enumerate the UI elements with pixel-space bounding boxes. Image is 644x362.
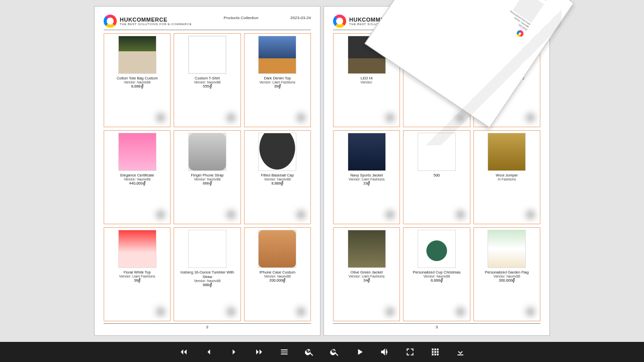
add-watermark-icon: ✚	[451, 110, 470, 127]
brand-line1: HUKCOMMERCE	[349, 17, 421, 23]
add-watermark-icon: ✚	[380, 304, 399, 321]
product-cell[interactable]: 500✚	[403, 130, 470, 224]
product-thumbnail	[188, 36, 226, 74]
product-cell[interactable]: T-Shirt Product BaseVendor: haunv8856₫✚	[473, 33, 540, 127]
add-watermark-icon: ✚	[521, 110, 540, 127]
product-thumbnail	[118, 36, 156, 74]
page-number: 2	[104, 323, 311, 329]
product-vendor: Vendor: Liam Fashions	[260, 80, 296, 84]
product-vendor: Vendor:	[361, 80, 373, 84]
product-thumbnail	[118, 230, 156, 268]
first-page-button[interactable]	[178, 346, 190, 358]
add-watermark-icon: ✚	[521, 304, 540, 321]
product-cell[interactable]: LED HiVendor:✚	[333, 33, 400, 127]
download-button[interactable]	[454, 346, 466, 358]
product-vendor: Vendor: haunv88	[124, 80, 150, 84]
brand: HUKCOMMERCE THE BEST SOLUTIONS FOR E-COM…	[333, 15, 421, 28]
product-grid: LED HiVendor:✚Top✚T-Shirt Product BaseVe…	[333, 32, 540, 321]
zoom-in-button[interactable]	[303, 346, 315, 358]
product-name: Navy Sports Jacket	[350, 173, 383, 177]
product-vendor: Vendor: haunv88	[264, 275, 291, 278]
page-number: 3	[333, 323, 540, 329]
product-vendor: m Fashions	[498, 177, 516, 181]
add-watermark-icon: ✚	[151, 207, 170, 224]
product-vendor: Vendor: haunv88	[494, 275, 520, 278]
brand-logo-icon	[104, 15, 117, 28]
product-cell[interactable]: Personalized Cup ChristmasVendor: haunv8…	[403, 227, 470, 321]
product-thumbnail	[188, 230, 226, 268]
product-cell[interactable]: Dark Denim TopVendor: Liam Fashions39₫✚	[244, 33, 311, 127]
product-price: 666₫	[203, 181, 212, 186]
toc-button[interactable]	[278, 346, 290, 358]
add-watermark-icon: ✚	[451, 304, 470, 321]
product-cell[interactable]: Iceberg 16-Ounce Tumbler With StrawVendo…	[174, 227, 240, 321]
zoom-out-button[interactable]	[329, 346, 341, 358]
product-thumbnail	[418, 230, 456, 268]
product-thumbnail	[488, 133, 526, 171]
header-title: Products Collection	[421, 15, 520, 20]
product-vendor: Vendor: haunv88	[194, 279, 221, 283]
product-cell[interactable]: Wool Jumperm Fashions✚	[473, 130, 540, 224]
product-cell[interactable]: Olive Green JacketVendor: Liam Fashions3…	[333, 227, 400, 321]
autoplay-button[interactable]	[354, 346, 366, 358]
product-vendor: Vendor: haunv88	[264, 177, 291, 181]
page-right[interactable]: HUKCOMMERCE THE BEST SOLUTIONS FOR E-COM…	[324, 6, 550, 336]
product-cell[interactable]: Elegance CertificateVendor: haunv88440,0…	[104, 130, 171, 224]
next-page-button[interactable]	[228, 346, 240, 358]
thumbnails-button[interactable]	[429, 346, 441, 358]
product-cell[interactable]: IPhone Case CustomVendor: haunv88200,000…	[244, 227, 311, 321]
product-thumbnail	[258, 133, 296, 171]
product-grid: Cotton Tote Bag CustomVendor: haunv888,8…	[104, 32, 311, 321]
add-watermark-icon: ✚	[221, 304, 240, 321]
product-price: 34₫	[363, 278, 370, 283]
product-cell[interactable]: Finger Phone StrapVendor: haunv88666₫✚	[174, 130, 240, 224]
sound-button[interactable]	[379, 346, 391, 358]
product-cell[interactable]: Fitted Baseball CapVendor: haunv888,888₫…	[244, 130, 311, 224]
product-vendor: Vendor: haunv88	[494, 80, 520, 84]
product-name: Elegance Certificate	[120, 173, 154, 177]
add-watermark-icon: ✚	[151, 304, 170, 321]
product-price: 33₫	[363, 181, 370, 186]
product-thumbnail	[348, 230, 386, 268]
product-thumbnail	[348, 36, 386, 74]
page-left[interactable]: HUKCOMMERCE THE BEST SOLUTIONS FOR E-COM…	[94, 6, 320, 336]
product-thumbnail	[258, 36, 296, 74]
product-price: 300,000₫	[499, 278, 515, 283]
add-watermark-icon: ✚	[291, 207, 310, 224]
product-vendor: Vendor: haunv88	[194, 177, 221, 181]
brand-line2: THE BEST SOLUTIONS FOR E-COMMERCE	[349, 23, 421, 26]
product-cell[interactable]: Personalized Garden FlagVendor: haunv883…	[473, 227, 540, 321]
add-watermark-icon: ✚	[380, 207, 399, 224]
product-price: 8,888₫	[431, 278, 443, 283]
product-vendor: Vendor: Liam Fashions	[349, 177, 385, 181]
product-name: Olive Green Jacket	[351, 270, 383, 275]
product-cell[interactable]: Navy Sports JacketVendor: Liam Fashions3…	[333, 130, 400, 224]
product-price: 888₫	[203, 283, 212, 287]
product-name: Dark Denim Top	[264, 76, 291, 80]
product-price: 8,888₫	[271, 181, 283, 186]
product-price: 8,888₫	[131, 84, 143, 88]
curl-brand-line2: THE BEST SOLUTIONS FOR E-COMMERCE	[511, 0, 547, 1]
product-name: Finger Phone Strap	[191, 173, 223, 177]
prev-page-button[interactable]	[203, 346, 215, 358]
brand-line1: HUKCOMMERCE	[120, 17, 192, 23]
add-watermark-icon: ✚	[291, 304, 310, 321]
product-cell[interactable]: Top✚	[403, 33, 470, 127]
last-page-button[interactable]	[253, 346, 265, 358]
fullscreen-button[interactable]	[404, 346, 416, 358]
product-name: Iceberg 16-Ounce Tumbler With Straw	[175, 270, 239, 279]
product-price: 39₫	[274, 84, 281, 88]
product-name: Cotton Tote Bag Custom	[117, 76, 158, 80]
product-thumbnail	[488, 36, 526, 74]
product-thumbnail	[188, 133, 226, 171]
product-name: LED Hi	[361, 76, 373, 80]
add-watermark-icon: ✚	[151, 110, 170, 127]
product-vendor: Vendor: Liam Fashions	[119, 275, 155, 278]
reader-toolbar	[0, 342, 644, 362]
page-header: HUKCOMMERCE THE BEST SOLUTIONS FOR E-COM…	[333, 15, 540, 30]
product-cell[interactable]: Custom T-ShirtVendor: haunv88555₫✚	[174, 33, 240, 127]
flipbook-stage: HUKCOMMERCE THE BEST SOLUTIONS FOR E-COM…	[0, 0, 644, 342]
product-cell[interactable]: Cotton Tote Bag CustomVendor: haunv888,8…	[104, 33, 171, 127]
product-cell[interactable]: Floral White TopVendor: Liam Fashions36₫…	[104, 227, 171, 321]
product-price: 500	[434, 173, 440, 177]
